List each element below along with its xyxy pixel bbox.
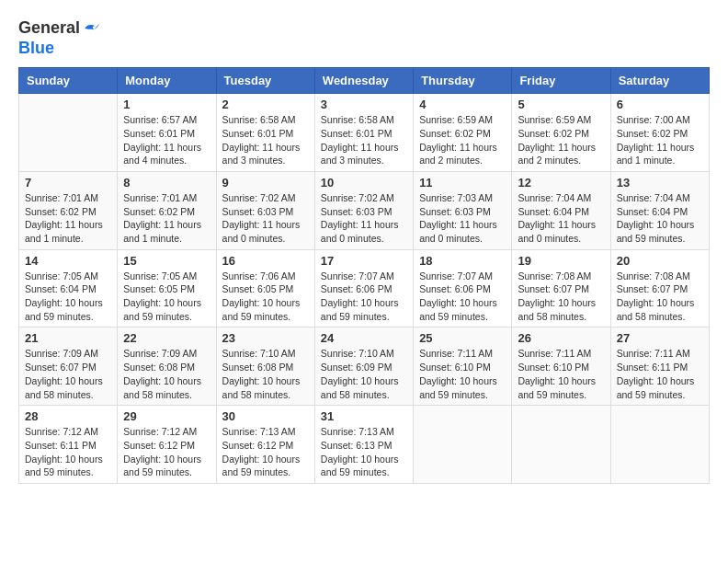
calendar-cell: 25Sunrise: 7:11 AM Sunset: 6:10 PM Dayli…	[414, 327, 512, 406]
calendar-cell: 21Sunrise: 7:09 AM Sunset: 6:07 PM Dayli…	[19, 327, 118, 406]
day-number: 23	[222, 331, 309, 345]
day-number: 26	[518, 331, 604, 345]
col-header-friday: Friday	[512, 68, 610, 94]
calendar-cell	[512, 406, 610, 484]
week-row-3: 14Sunrise: 7:05 AM Sunset: 6:04 PM Dayli…	[19, 249, 710, 327]
day-number: 22	[123, 331, 210, 345]
day-info: Sunrise: 7:13 AM Sunset: 6:12 PM Dayligh…	[222, 425, 309, 479]
day-number: 16	[222, 254, 309, 268]
day-info: Sunrise: 7:11 AM Sunset: 6:10 PM Dayligh…	[518, 347, 604, 401]
day-info: Sunrise: 7:05 AM Sunset: 6:04 PM Dayligh…	[25, 270, 111, 324]
day-number: 7	[25, 176, 111, 190]
calendar-cell: 8Sunrise: 7:01 AM Sunset: 6:02 PM Daylig…	[118, 171, 216, 249]
calendar-cell: 9Sunrise: 7:02 AM Sunset: 6:03 PM Daylig…	[216, 171, 314, 249]
day-info: Sunrise: 7:00 AM Sunset: 6:02 PM Dayligh…	[617, 113, 703, 167]
calendar-cell: 12Sunrise: 7:04 AM Sunset: 6:04 PM Dayli…	[512, 171, 610, 249]
page-header: General Blue	[18, 18, 710, 58]
day-number: 31	[321, 409, 407, 423]
calendar-table: SundayMondayTuesdayWednesdayThursdayFrid…	[18, 67, 710, 484]
calendar-cell: 13Sunrise: 7:04 AM Sunset: 6:04 PM Dayli…	[610, 171, 709, 249]
day-number: 28	[25, 409, 111, 423]
day-info: Sunrise: 7:10 AM Sunset: 6:09 PM Dayligh…	[321, 347, 407, 401]
calendar-cell: 3Sunrise: 6:58 AM Sunset: 6:01 PM Daylig…	[314, 94, 413, 172]
day-info: Sunrise: 7:02 AM Sunset: 6:03 PM Dayligh…	[222, 191, 309, 246]
day-number: 17	[321, 254, 407, 268]
day-number: 5	[518, 98, 604, 111]
day-number: 11	[419, 176, 506, 190]
calendar-cell: 20Sunrise: 7:08 AM Sunset: 6:07 PM Dayli…	[610, 249, 709, 327]
day-number: 20	[617, 254, 703, 268]
day-info: Sunrise: 7:08 AM Sunset: 6:07 PM Dayligh…	[518, 270, 604, 324]
calendar-cell	[610, 406, 709, 484]
day-number: 1	[123, 98, 210, 111]
col-header-tuesday: Tuesday	[216, 68, 314, 94]
calendar-cell: 5Sunrise: 6:59 AM Sunset: 6:02 PM Daylig…	[512, 94, 610, 172]
day-info: Sunrise: 7:07 AM Sunset: 6:06 PM Dayligh…	[321, 270, 407, 324]
calendar-cell	[19, 94, 118, 172]
day-number: 30	[222, 409, 309, 423]
day-number: 6	[617, 98, 703, 111]
calendar-cell: 14Sunrise: 7:05 AM Sunset: 6:04 PM Dayli…	[19, 249, 118, 327]
logo: General Blue	[18, 18, 100, 58]
col-header-sunday: Sunday	[19, 68, 118, 94]
day-info: Sunrise: 7:04 AM Sunset: 6:04 PM Dayligh…	[518, 191, 604, 246]
day-info: Sunrise: 6:57 AM Sunset: 6:01 PM Dayligh…	[123, 113, 210, 167]
calendar-cell: 16Sunrise: 7:06 AM Sunset: 6:05 PM Dayli…	[216, 249, 314, 327]
day-number: 18	[419, 254, 506, 268]
calendar-cell: 15Sunrise: 7:05 AM Sunset: 6:05 PM Dayli…	[118, 249, 216, 327]
day-info: Sunrise: 7:12 AM Sunset: 6:12 PM Dayligh…	[123, 425, 210, 479]
day-number: 27	[617, 331, 703, 345]
day-info: Sunrise: 6:58 AM Sunset: 6:01 PM Dayligh…	[321, 113, 407, 167]
calendar-cell: 6Sunrise: 7:00 AM Sunset: 6:02 PM Daylig…	[610, 94, 709, 172]
calendar-cell	[414, 406, 512, 484]
day-info: Sunrise: 7:11 AM Sunset: 6:11 PM Dayligh…	[617, 347, 703, 401]
day-info: Sunrise: 6:59 AM Sunset: 6:02 PM Dayligh…	[419, 113, 506, 167]
calendar-cell: 2Sunrise: 6:58 AM Sunset: 6:01 PM Daylig…	[216, 94, 314, 172]
week-row-2: 7Sunrise: 7:01 AM Sunset: 6:02 PM Daylig…	[19, 171, 710, 249]
calendar-cell: 4Sunrise: 6:59 AM Sunset: 6:02 PM Daylig…	[414, 94, 512, 172]
day-info: Sunrise: 6:59 AM Sunset: 6:02 PM Dayligh…	[518, 113, 604, 167]
week-row-4: 21Sunrise: 7:09 AM Sunset: 6:07 PM Dayli…	[19, 327, 710, 406]
calendar-cell: 23Sunrise: 7:10 AM Sunset: 6:08 PM Dayli…	[216, 327, 314, 406]
day-number: 14	[25, 254, 111, 268]
col-header-wednesday: Wednesday	[314, 68, 413, 94]
day-info: Sunrise: 7:13 AM Sunset: 6:13 PM Dayligh…	[321, 425, 407, 479]
logo-blue: Blue	[18, 39, 100, 59]
day-info: Sunrise: 7:01 AM Sunset: 6:02 PM Dayligh…	[123, 191, 210, 246]
day-info: Sunrise: 7:04 AM Sunset: 6:04 PM Dayligh…	[617, 191, 703, 246]
day-info: Sunrise: 7:09 AM Sunset: 6:07 PM Dayligh…	[25, 347, 111, 401]
calendar-cell: 28Sunrise: 7:12 AM Sunset: 6:11 PM Dayli…	[19, 406, 118, 484]
day-number: 24	[321, 331, 407, 345]
day-info: Sunrise: 7:11 AM Sunset: 6:10 PM Dayligh…	[419, 347, 506, 401]
calendar-cell: 29Sunrise: 7:12 AM Sunset: 6:12 PM Dayli…	[118, 406, 216, 484]
day-number: 25	[419, 331, 506, 345]
day-info: Sunrise: 7:10 AM Sunset: 6:08 PM Dayligh…	[222, 347, 309, 401]
logo-general: General	[18, 18, 80, 39]
day-number: 13	[617, 176, 703, 190]
day-info: Sunrise: 6:58 AM Sunset: 6:01 PM Dayligh…	[222, 113, 309, 167]
day-number: 21	[25, 331, 111, 345]
week-row-1: 1Sunrise: 6:57 AM Sunset: 6:01 PM Daylig…	[19, 94, 710, 172]
day-number: 8	[123, 176, 210, 190]
day-number: 10	[321, 176, 407, 190]
col-header-saturday: Saturday	[610, 68, 709, 94]
calendar-cell: 24Sunrise: 7:10 AM Sunset: 6:09 PM Dayli…	[314, 327, 413, 406]
col-header-monday: Monday	[118, 68, 216, 94]
logo-bird-icon	[82, 19, 100, 38]
day-number: 2	[222, 98, 309, 111]
day-info: Sunrise: 7:01 AM Sunset: 6:02 PM Dayligh…	[25, 191, 111, 246]
day-info: Sunrise: 7:12 AM Sunset: 6:11 PM Dayligh…	[25, 425, 111, 479]
day-info: Sunrise: 7:03 AM Sunset: 6:03 PM Dayligh…	[419, 191, 506, 246]
week-row-5: 28Sunrise: 7:12 AM Sunset: 6:11 PM Dayli…	[19, 406, 710, 484]
day-number: 9	[222, 176, 309, 190]
calendar-header-row: SundayMondayTuesdayWednesdayThursdayFrid…	[19, 68, 710, 94]
day-number: 15	[123, 254, 210, 268]
day-number: 19	[518, 254, 604, 268]
day-number: 12	[518, 176, 604, 190]
day-info: Sunrise: 7:07 AM Sunset: 6:06 PM Dayligh…	[419, 270, 506, 324]
day-info: Sunrise: 7:09 AM Sunset: 6:08 PM Dayligh…	[123, 347, 210, 401]
day-info: Sunrise: 7:06 AM Sunset: 6:05 PM Dayligh…	[222, 270, 309, 324]
day-info: Sunrise: 7:08 AM Sunset: 6:07 PM Dayligh…	[617, 270, 703, 324]
calendar-cell: 10Sunrise: 7:02 AM Sunset: 6:03 PM Dayli…	[314, 171, 413, 249]
day-info: Sunrise: 7:02 AM Sunset: 6:03 PM Dayligh…	[321, 191, 407, 246]
